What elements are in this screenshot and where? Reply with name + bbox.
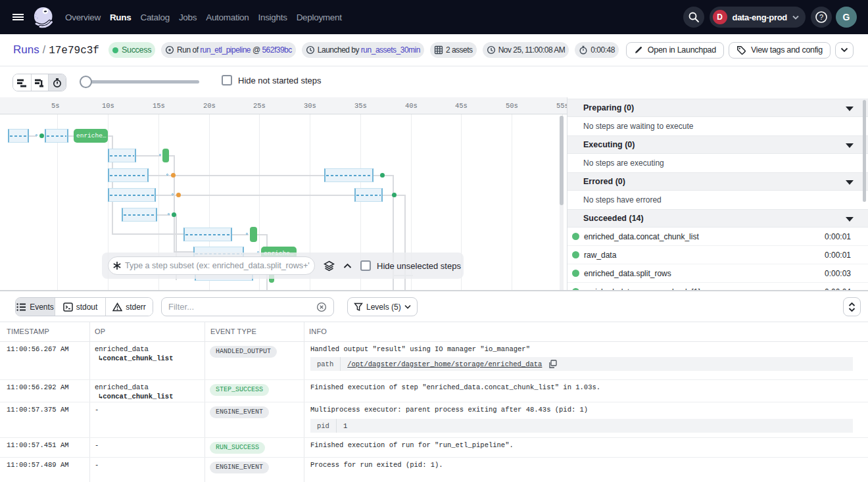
- svg-text:?: ?: [819, 13, 823, 21]
